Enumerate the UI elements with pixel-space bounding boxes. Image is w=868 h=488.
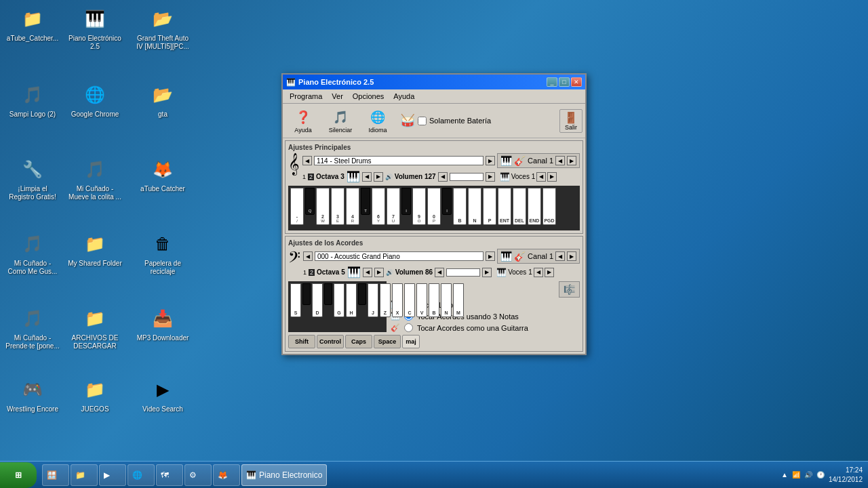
- desktop-icon-sampi[interactable]: 🎵 Sampi Logo (2): [5, 81, 60, 119]
- caps-key[interactable]: Caps: [345, 335, 372, 348]
- chord-octava-prev[interactable]: ◀: [363, 268, 372, 277]
- ayuda-button[interactable]: ❓ Ayuda: [285, 106, 321, 136]
- chord-key-0[interactable]: S: [290, 283, 301, 317]
- chord-voices-prev[interactable]: ◀: [534, 268, 543, 277]
- main-key-14[interactable]: P: [483, 188, 496, 225]
- chord-key-6[interactable]: [358, 283, 366, 305]
- desktop-icon-piano[interactable]: 🎹 Piano Electrónico 2.5: [68, 5, 122, 51]
- silenciar-button[interactable]: 🎵 Silenciar: [323, 106, 358, 136]
- voices-next[interactable]: ▶: [547, 172, 557, 182]
- main-key-6[interactable]: 6Y: [372, 188, 385, 225]
- chord-option-guitarra[interactable]: 🎸 Tocar Acordes como una Guitarra: [391, 323, 580, 332]
- main-key-11[interactable]: I: [442, 188, 452, 215]
- chord-channel-next[interactable]: ▶: [567, 251, 576, 261]
- main-key-2[interactable]: 2W: [316, 188, 330, 225]
- desktop-icon-cunado2[interactable]: 🎵 Mi Cuñado - Como Me Gus...: [5, 230, 60, 276]
- chord-volume-next[interactable]: ▶: [482, 268, 492, 277]
- taskbar-app-5[interactable]: ⚙: [184, 464, 212, 486]
- chord-volume-prev[interactable]: ◀: [435, 268, 444, 277]
- main-key-9[interactable]: 9O: [412, 188, 426, 225]
- desktop-icon-juegos[interactable]: 📁 JUEGOS: [68, 376, 122, 413]
- taskbar-app-6[interactable]: 🦊: [213, 464, 240, 486]
- chord-key-11[interactable]: V: [416, 283, 427, 317]
- control-key[interactable]: Control: [317, 335, 344, 348]
- main-key-15[interactable]: ENT: [498, 188, 511, 225]
- radio-guitarra[interactable]: [404, 323, 413, 332]
- chord-key-13[interactable]: N: [441, 283, 452, 317]
- main-key-7[interactable]: 7U: [387, 188, 400, 225]
- chord-channel-prev[interactable]: ◀: [555, 251, 565, 261]
- chord-key-10[interactable]: C: [404, 283, 415, 317]
- volume-slider[interactable]: [450, 173, 484, 181]
- menu-ayuda[interactable]: Ayuda: [389, 91, 418, 102]
- desktop-icon-mp3dl[interactable]: 📥 MP3 Downloader: [136, 305, 190, 342]
- taskbar-app-7[interactable]: 🎹Piano Electronico: [241, 464, 327, 486]
- channel-prev[interactable]: ◀: [555, 156, 565, 165]
- chord-key-3[interactable]: [324, 283, 332, 305]
- taskbar-app-4[interactable]: 🗺: [156, 464, 183, 486]
- desktop-icon-atube1[interactable]: 📁 aTube_Catcher...: [5, 5, 60, 43]
- chord-key-2[interactable]: D: [312, 283, 323, 317]
- chord-volume-slider[interactable]: [446, 268, 480, 277]
- main-key-17[interactable]: END: [528, 188, 541, 225]
- space-key[interactable]: Space: [374, 335, 401, 348]
- taskbar-app-3[interactable]: 🌐: [127, 464, 155, 486]
- main-key-13[interactable]: N: [468, 188, 481, 225]
- chord-voices-next[interactable]: ▶: [545, 268, 554, 277]
- chord-instrument-next[interactable]: ▶: [486, 251, 495, 261]
- instrument-next[interactable]: ▶: [486, 156, 495, 165]
- taskbar-app-1[interactable]: 📁: [71, 464, 98, 486]
- solamente-bateria-checkbox[interactable]: [418, 117, 427, 125]
- maj-key[interactable]: maj: [402, 335, 420, 348]
- main-key-5[interactable]: T: [361, 188, 370, 215]
- chord-key-1[interactable]: [302, 283, 311, 305]
- main-key-4[interactable]: 4R: [346, 188, 359, 225]
- menu-opciones[interactable]: Opciones: [349, 91, 388, 102]
- taskbar-app-2[interactable]: ▶: [99, 464, 126, 486]
- chord-octava-next[interactable]: ▶: [374, 268, 384, 277]
- chord-key-9[interactable]: X: [392, 283, 403, 317]
- shift-key[interactable]: Shift: [288, 335, 315, 348]
- desktop-icon-shared[interactable]: 📁 My Shared Folder: [68, 230, 122, 268]
- desktop-icon-archivos[interactable]: 📁 ARCHIVOS DE DESCARGAR: [68, 305, 122, 350]
- main-key-18[interactable]: PGD: [542, 188, 556, 225]
- desktop-icon-gta[interactable]: 📂 Grand Theft Auto IV [MULTI5][PC...: [136, 5, 190, 51]
- main-key-3[interactable]: 3E: [331, 188, 344, 225]
- desktop-icon-video[interactable]: ▶ Video Search: [136, 376, 190, 413]
- desktop-icon-wrestling[interactable]: 🎮 Wrestling Encore: [5, 376, 60, 413]
- desktop-icon-limpia[interactable]: 🔧 ¡Limpia el Registro Gratis!: [5, 156, 60, 201]
- voices-prev[interactable]: ◀: [536, 172, 546, 182]
- main-key-1[interactable]: Q: [305, 188, 315, 215]
- menu-programa[interactable]: Programa: [285, 91, 326, 102]
- maximize-button[interactable]: □: [559, 77, 570, 87]
- volume-prev[interactable]: ◀: [438, 172, 448, 182]
- desktop-icon-cunado[interactable]: 🎵 Mi Cuñado - Mueve la colita ...: [68, 156, 122, 201]
- chord-options-button[interactable]: 🎼: [559, 281, 580, 298]
- main-key-10[interactable]: 0P: [427, 188, 441, 225]
- minimize-button[interactable]: _: [547, 77, 557, 87]
- chord-key-7[interactable]: J: [368, 283, 378, 317]
- volume-next[interactable]: ▶: [486, 172, 495, 182]
- main-key-8[interactable]: I: [401, 188, 411, 215]
- main-key-0[interactable]: -/: [290, 188, 304, 225]
- octava-next[interactable]: ▶: [374, 172, 383, 182]
- chord-key-8[interactable]: Z: [380, 283, 391, 317]
- close-button[interactable]: ✕: [571, 77, 582, 87]
- menu-ver[interactable]: Ver: [328, 91, 347, 102]
- channel-next[interactable]: ▶: [567, 156, 576, 165]
- idioma-button[interactable]: 🌐 Idioma: [360, 106, 395, 136]
- octava-prev[interactable]: ◀: [362, 172, 372, 182]
- desktop-icon-papelera[interactable]: 🗑 Papelera de reciclaje: [136, 230, 190, 276]
- taskbar-app-0[interactable]: 🪟: [42, 464, 69, 486]
- chord-instrument-prev[interactable]: ◀: [303, 251, 313, 261]
- tray-arrow[interactable]: ▲: [781, 471, 788, 479]
- salir-button[interactable]: 🚪 Salir: [559, 109, 583, 133]
- chord-key-14[interactable]: M: [453, 283, 464, 317]
- desktop-icon-chrome[interactable]: 🌐 Google Chrome: [68, 81, 122, 119]
- chord-key-5[interactable]: H: [346, 283, 357, 317]
- start-button[interactable]: ⊞: [0, 462, 37, 488]
- chord-key-4[interactable]: G: [334, 283, 344, 317]
- chord-key-12[interactable]: B: [429, 283, 439, 317]
- main-key-16[interactable]: DEL: [513, 188, 526, 225]
- main-key-12[interactable]: B: [453, 188, 467, 225]
